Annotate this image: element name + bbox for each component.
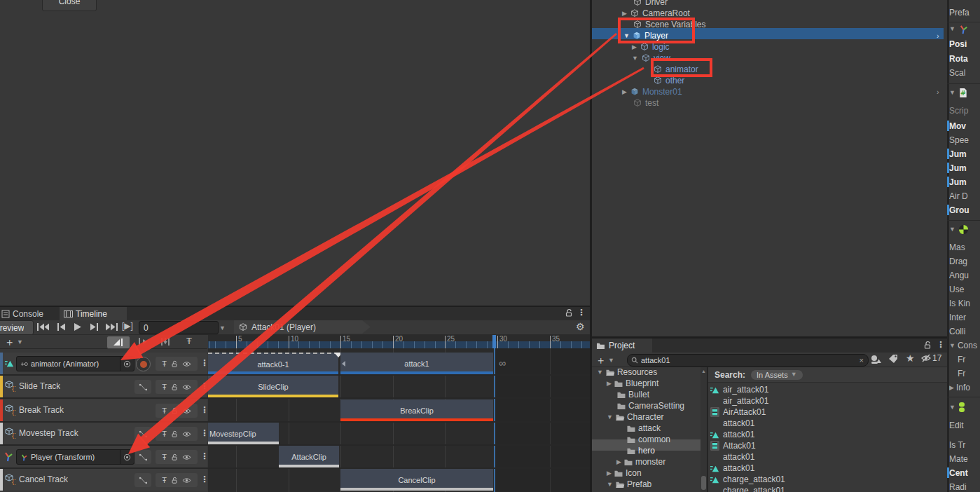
result-item[interactable]: charge_attack01 (708, 474, 939, 485)
favorites-star-button[interactable]: ★ (906, 353, 915, 364)
add-track-button[interactable]: ＋▼ (4, 336, 23, 349)
curves-button[interactable] (134, 473, 151, 487)
tree-scrollbar[interactable]: ▲ (701, 367, 707, 492)
timeline-breadcrumb[interactable]: Attack01 (Player) (234, 320, 371, 334)
preview-toggle[interactable]: Preview (0, 320, 34, 335)
collapse-arrow-icon[interactable]: ▼ (632, 55, 638, 62)
clip-cancel[interactable]: CancelClip (340, 469, 493, 491)
mix-mode-button[interactable] (106, 336, 130, 349)
scrollbar-thumb[interactable] (701, 476, 706, 490)
track-toggle-group[interactable]: Ŧ (156, 380, 198, 394)
frame-field[interactable]: 0 (139, 321, 219, 334)
curves-button[interactable] (134, 380, 151, 394)
collapse-arrow-icon[interactable]: ▼ (607, 481, 613, 488)
timeline-end-marker[interactable] (492, 335, 496, 348)
pin-icon[interactable]: Ŧ (162, 430, 167, 438)
track-slide[interactable]: {} Slide Track Ŧ ⋮ (0, 376, 207, 397)
eye-icon[interactable] (182, 431, 191, 437)
lock-icon[interactable] (171, 407, 178, 415)
tree-item-hero[interactable]: hero (626, 445, 655, 456)
hierarchy-item-view[interactable]: ▼ view (590, 53, 947, 64)
tree-item-attack[interactable]: attack (626, 423, 661, 434)
expand-arrow-icon[interactable]: ▶ (616, 459, 621, 465)
play-button[interactable] (73, 322, 82, 332)
tree-item-character[interactable]: ▼Character (607, 411, 664, 423)
clip-attack0-1[interactable]: attack0-1 (208, 353, 338, 374)
collapse-arrow-icon[interactable]: ▼ (597, 369, 603, 376)
eye-icon[interactable] (182, 384, 191, 390)
track-toggle-group[interactable]: Ŧ (156, 473, 198, 487)
track-break[interactable]: {} Break Track Ŧ ⋮ (0, 399, 207, 421)
lock-icon[interactable] (171, 453, 178, 461)
hierarchy-item-monster01[interactable]: ▶ Monster01 (590, 86, 947, 97)
previous-frame-button[interactable] (56, 322, 67, 332)
replace-mode-button[interactable] (157, 336, 174, 348)
hierarchy-item-other[interactable]: other (590, 75, 947, 86)
expand-arrow-icon[interactable]: ▶ (622, 11, 627, 17)
result-item[interactable]: attack01 (708, 451, 939, 463)
tree-item-camerasetting[interactable]: CameraSetting (616, 400, 703, 411)
clip-slide[interactable]: SlideClip (208, 376, 338, 397)
result-item[interactable]: attack01 (708, 418, 939, 429)
record-button[interactable] (136, 357, 151, 371)
timeline-settings-gear-icon[interactable]: ⚙ (576, 321, 585, 332)
foldout-arrow-icon[interactable]: ▼ (949, 90, 955, 96)
transform-component-header[interactable]: ▼ (949, 24, 969, 34)
result-item[interactable]: AirAttack01 (708, 406, 939, 418)
expand-arrow-icon[interactable]: ▶ (607, 381, 612, 387)
tree-item-prefab[interactable]: ▼Prefab (607, 479, 651, 490)
clip-break[interactable]: BreakClip (340, 399, 493, 421)
lock-icon[interactable] (171, 383, 178, 391)
eye-icon[interactable] (182, 477, 191, 484)
animator-binding-field[interactable]: animator (Animator) (16, 356, 134, 371)
search-by-label-button[interactable] (888, 354, 899, 364)
ripple-mode-button[interactable] (134, 336, 151, 348)
clear-search-icon[interactable]: × (860, 356, 868, 364)
lock-icon[interactable] (171, 477, 178, 484)
tree-item-resources[interactable]: ▼Resources (597, 367, 657, 378)
tree-item-icon[interactable]: ▶Icon (607, 467, 642, 479)
foldout-arrow-icon[interactable]: ▼ (949, 343, 955, 349)
project-menu-icon[interactable]: ⋮ (937, 340, 945, 350)
player-binding-field[interactable]: Player (Transform) (16, 449, 134, 465)
rigidbody-component-header[interactable]: ▼ (949, 224, 969, 235)
object-picker-icon[interactable] (120, 450, 134, 464)
project-lock-icon[interactable] (923, 341, 932, 350)
foldout-arrow-icon[interactable]: ▼ (949, 404, 955, 411)
foldout-arrow-icon[interactable]: ▼ (949, 226, 955, 233)
lock-icon[interactable] (171, 430, 178, 438)
result-item[interactable]: charge_attack01 (708, 485, 939, 492)
lock-icon[interactable] (171, 360, 178, 368)
curves-button[interactable] (134, 427, 151, 441)
project-add-button[interactable]: ＋▼ (595, 354, 614, 367)
timeline-lock-icon[interactable] (565, 308, 573, 317)
track-menu-icon[interactable]: ⋮ (200, 474, 209, 484)
marker-pin-toggle[interactable]: Ŧ (186, 336, 192, 346)
eye-icon[interactable] (182, 408, 191, 414)
result-item[interactable]: Attack01 (708, 440, 939, 451)
capsule-collider-header[interactable]: ▼ (949, 402, 965, 413)
next-frame-button[interactable] (89, 322, 99, 332)
hidden-count-button[interactable]: 17 (920, 353, 941, 363)
prefab-open-arrow-icon[interactable]: › (937, 88, 939, 96)
track-player-transform[interactable]: Player (Transform) Ŧ ⋮ (0, 446, 207, 467)
track-toggle-group[interactable]: Ŧ (156, 450, 198, 464)
foldout-arrow-icon[interactable]: ▶ (949, 385, 954, 391)
tree-item-blueprint[interactable]: ▶Blueprint (607, 378, 658, 389)
prefab-open-arrow-icon[interactable]: › (937, 32, 939, 40)
goto-start-button[interactable] (36, 322, 50, 332)
pin-icon[interactable]: Ŧ (162, 476, 167, 484)
track-toggle-group[interactable]: Ŧ (156, 427, 198, 441)
track-animator[interactable]: animator (Animator) Ŧ ⋮ (0, 353, 207, 374)
project-search-input[interactable]: attack01 × (627, 354, 869, 367)
track-cancel[interactable]: {} Cancel Track Ŧ ⋮ (0, 469, 207, 491)
tree-item-monster[interactable]: ▶monster (616, 456, 665, 467)
hierarchy-item-animator[interactable]: animator (590, 64, 947, 75)
result-item[interactable]: attack01 (708, 463, 939, 474)
track-menu-icon[interactable]: ⋮ (200, 405, 209, 415)
track-toggle-group[interactable]: Ŧ (156, 404, 198, 418)
close-button[interactable]: Close (42, 0, 97, 11)
track-menu-icon[interactable]: ⋮ (200, 451, 209, 461)
foldout-arrow-icon[interactable]: ▼ (949, 26, 955, 32)
tree-item-bullet[interactable]: Bullet (616, 389, 649, 400)
